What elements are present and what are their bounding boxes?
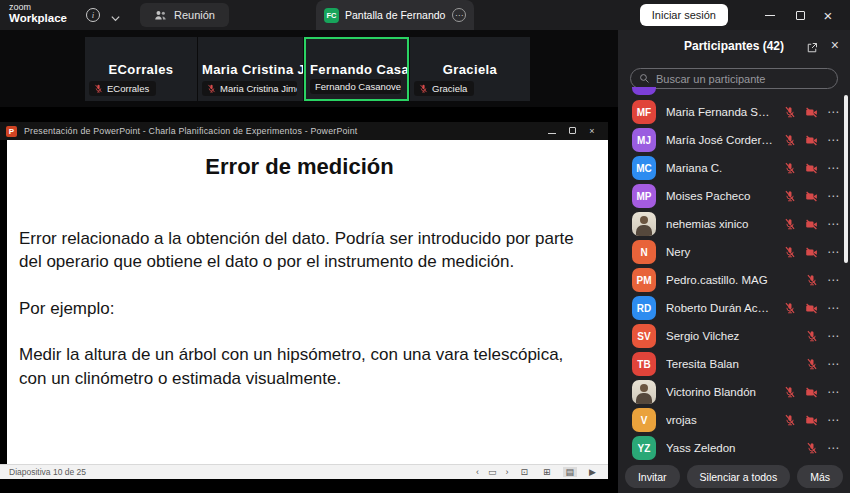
participant-row[interactable]: YZ Yass Zeledon ⋯ — [618, 434, 850, 460]
more-options-icon[interactable]: ⋯ — [827, 161, 840, 175]
participant-row[interactable]: MP Moises Pacheco ⋯ — [618, 182, 850, 210]
popout-icon[interactable] — [806, 40, 818, 58]
avatar: YZ — [632, 436, 656, 460]
ppt-minimize-button[interactable] — [542, 126, 562, 136]
slide-menu-icon[interactable]: ▭ — [488, 467, 497, 477]
normal-view-icon[interactable]: ⊡ — [517, 467, 531, 477]
tile-chip-label: Maria Cristina Jiménez... — [220, 83, 297, 94]
mic-off-icon — [784, 106, 796, 118]
slide-paragraph: Medir la altura de un árbol con un hipsó… — [19, 343, 580, 390]
close-button[interactable]: × — [814, 0, 842, 30]
ppt-close-button[interactable]: × — [582, 126, 602, 136]
participant-name: Yass Zeledon — [666, 442, 796, 454]
video-off-icon — [805, 106, 818, 119]
mic-off-icon — [806, 442, 818, 454]
powerpoint-icon: P — [6, 126, 17, 137]
participant-row[interactable]: SV Sergio Vilchez ⋯ — [618, 322, 850, 350]
video-off-icon — [805, 302, 818, 315]
more-options-icon[interactable]: ⋯ — [827, 105, 840, 119]
minimize-button[interactable] — [756, 0, 784, 30]
avatar: PM — [632, 268, 656, 292]
participants-list[interactable]: MF Maria Fernanda Sosa ⋯ MJ María José C… — [618, 87, 850, 460]
avatar: MJ — [632, 128, 656, 152]
more-options-icon[interactable]: ⋯ — [827, 441, 840, 455]
partial-participant-avatar — [632, 87, 656, 95]
participant-row[interactable]: MC Mariana C. ⋯ — [618, 154, 850, 182]
more-options-icon[interactable]: ⋯ — [827, 385, 840, 399]
more-options-icon[interactable]: ⋯ — [827, 301, 840, 315]
avatar: MF — [632, 100, 656, 124]
more-options-icon[interactable]: ⋯ — [827, 357, 840, 371]
zoom-app-window: zoom Workplace i Reunión FC Pantalla de … — [0, 0, 850, 493]
app-title-bar: zoom Workplace i Reunión FC Pantalla de … — [0, 0, 850, 30]
more-options-icon[interactable]: ⋯ — [827, 189, 840, 203]
mute-all-button[interactable]: Silenciar a todos — [687, 465, 791, 488]
more-options-icon[interactable]: ⋯ — [827, 329, 840, 343]
avatar: MP — [632, 184, 656, 208]
participant-row[interactable]: MJ María José Cordero, SFE ⋯ — [618, 126, 850, 154]
participant-row[interactable]: PM Pedro.castillo. MAG ⋯ — [618, 266, 850, 294]
participant-row[interactable]: Victorino Blandón ⋯ — [618, 378, 850, 406]
tab-more-icon[interactable]: ⋯ — [452, 8, 466, 22]
more-options-icon[interactable]: ⋯ — [827, 413, 840, 427]
more-button[interactable]: Más — [797, 465, 843, 488]
participant-row[interactable]: nehemias xinico ⋯ — [618, 210, 850, 238]
video-off-icon — [805, 218, 818, 231]
mic-off-icon — [784, 190, 796, 202]
more-options-icon[interactable]: ⋯ — [827, 133, 840, 147]
signin-button[interactable]: Iniciar sesión — [640, 4, 728, 26]
maximize-button[interactable] — [786, 0, 814, 30]
tab-meeting-label: Reunión — [174, 9, 215, 21]
participant-row[interactable]: V vrojas ⋯ — [618, 406, 850, 434]
search-icon — [639, 73, 650, 84]
more-options-icon[interactable]: ⋯ — [827, 217, 840, 231]
slide-paragraph: Por ejemplo: — [19, 297, 580, 320]
video-off-icon — [805, 386, 818, 399]
mic-off-icon — [784, 302, 796, 314]
tile-display-name: Graciela — [439, 62, 502, 77]
participants-panel-header: Participantes (42) × — [618, 30, 850, 64]
avatar-photo — [632, 380, 656, 404]
participant-row[interactable]: TB Teresita Balan ⋯ — [618, 350, 850, 378]
avatar: MC — [632, 156, 656, 180]
tile-display-name: Fernando Casan... — [306, 62, 407, 77]
search-input[interactable] — [656, 73, 829, 85]
participant-row[interactable]: RD Roberto Durán Acuña ⋯ — [618, 294, 850, 322]
participant-name: Maria Fernanda Sosa — [666, 106, 774, 118]
chevron-down-icon[interactable] — [110, 10, 121, 28]
more-options-icon[interactable]: ⋯ — [827, 273, 840, 287]
video-tile[interactable]: ECorrales ECorrales — [85, 37, 197, 101]
reading-view-icon[interactable]: ▤ — [563, 467, 578, 477]
video-strip: ECorrales ECorrales Maria Cristina J... … — [0, 30, 618, 107]
maximize-icon — [796, 11, 805, 20]
next-slide-icon[interactable]: › — [505, 467, 508, 477]
slide-paragraph: Error relacionado a la obtención del dat… — [19, 227, 580, 274]
slide-counter: Diapositiva 10 de 25 — [9, 467, 86, 477]
mic-off-icon — [419, 84, 428, 93]
scrollbar-thumb[interactable] — [844, 95, 848, 263]
video-tile-active-speaker[interactable]: Fernando Casan... Fernando Casanoves — [304, 37, 409, 101]
panel-close-icon[interactable]: × — [831, 37, 839, 53]
tab-meeting[interactable]: Reunión — [140, 3, 229, 27]
participant-row[interactable]: N Nery ⋯ — [618, 238, 850, 266]
slide-title: Error de medición — [19, 154, 580, 180]
invite-button[interactable]: Invitar — [625, 465, 680, 488]
slide-sorter-view-icon[interactable]: ⊞ — [540, 467, 554, 477]
avatar: TB — [632, 352, 656, 376]
participant-row[interactable]: MF Maria Fernanda Sosa ⋯ — [618, 98, 850, 126]
ppt-maximize-button[interactable] — [562, 126, 582, 136]
mic-off-icon — [784, 218, 796, 230]
participant-name: nehemias xinico — [666, 218, 774, 230]
video-tile[interactable]: Graciela Graciela — [410, 37, 530, 101]
info-icon[interactable]: i — [86, 8, 100, 22]
video-tile[interactable]: Maria Cristina J... Maria Cristina Jimén… — [198, 37, 303, 101]
tab-screen-share[interactable]: FC Pantalla de Fernando Casanoves ⋯ — [316, 0, 474, 30]
video-off-icon — [805, 162, 818, 175]
participant-name: Sergio Vilchez — [666, 330, 796, 342]
more-options-icon[interactable]: ⋯ — [827, 245, 840, 259]
ppt-title-bar[interactable]: P Presentación de PowerPoint - Charla Pl… — [0, 122, 608, 140]
previous-slide-icon[interactable]: ‹ — [476, 467, 479, 477]
participant-search[interactable] — [630, 68, 838, 89]
slideshow-view-icon[interactable]: ▶ — [586, 467, 599, 477]
people-icon — [154, 9, 167, 22]
